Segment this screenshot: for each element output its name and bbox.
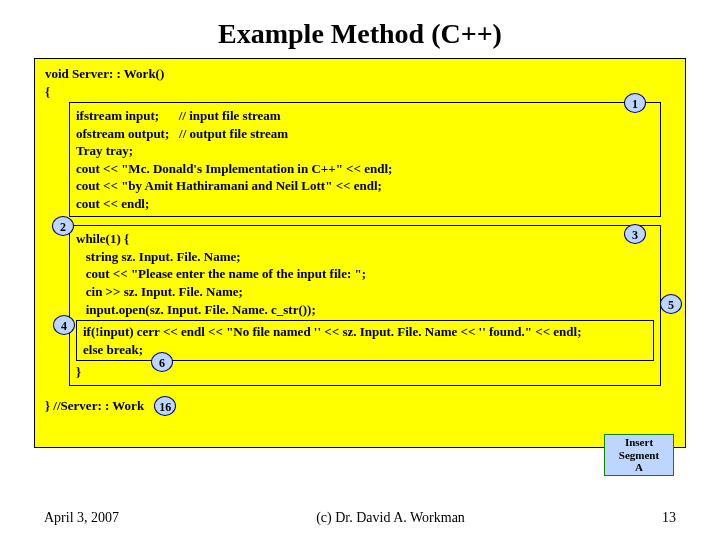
code-line: {	[45, 83, 675, 101]
code-line: input.open(sz. Input. File. Name. c_str(…	[76, 301, 654, 319]
code-box: void Server: : Work() { 1 ifstream input…	[34, 58, 686, 448]
block-1: 1 ifstream input; // input file stream o…	[69, 102, 661, 217]
code-line: Tray tray;	[76, 142, 654, 160]
while-block: 2 3 5 while(1) { string sz. Input. File.…	[69, 225, 661, 385]
code-line: cout << "Please enter the name of the in…	[76, 265, 654, 283]
annotation-bubble-16: 16	[154, 396, 176, 416]
code-line: cout << endl;	[76, 195, 654, 213]
code-line: ifstream input; // input file stream	[76, 107, 654, 125]
code-line: cout << "by Amit Hathiramani and Neil Lo…	[76, 177, 654, 195]
inner-block: 4 6 if(!input) cerr << endl << "No file …	[76, 320, 654, 361]
footer-page-number: 13	[662, 510, 676, 526]
annotation-bubble-4: 4	[53, 315, 75, 335]
page-title: Example Method (C++)	[0, 18, 720, 50]
segment-label: Insert Segment A	[619, 436, 659, 474]
annotation-bubble-5: 5	[660, 294, 682, 314]
code-line: cout << "Mc. Donald's Implementation in …	[76, 160, 654, 178]
annotation-bubble-1: 1	[624, 93, 646, 113]
annotation-bubble-2: 2	[52, 216, 74, 236]
insert-segment-a[interactable]: Insert Segment A	[604, 434, 674, 476]
footer-date: April 3, 2007	[44, 510, 119, 526]
code-line: cin >> sz. Input. File. Name;	[76, 283, 654, 301]
code-line: while(1) {	[76, 230, 654, 248]
code-line: ofstream output; // output file stream	[76, 125, 654, 143]
code-line: } //Server: : Work	[45, 398, 144, 413]
code-line: string sz. Input. File. Name;	[76, 248, 654, 266]
code-line: void Server: : Work()	[45, 65, 675, 83]
footer: April 3, 2007 (c) Dr. David A. Workman 1…	[0, 510, 720, 526]
footer-copyright: (c) Dr. David A. Workman	[316, 510, 465, 526]
